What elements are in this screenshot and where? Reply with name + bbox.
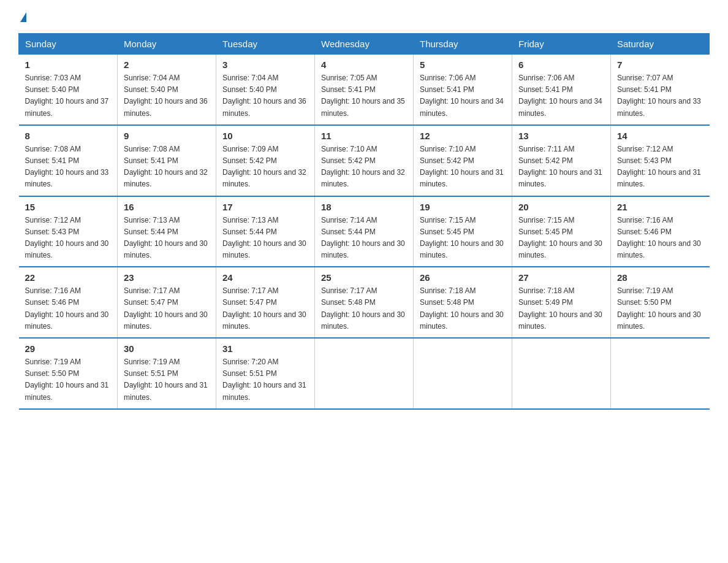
day-number: 25: [321, 272, 407, 283]
day-info: Sunrise: 7:10 AM Sunset: 5:42 PM Dayligh…: [420, 144, 506, 191]
calendar-cell: 8 Sunrise: 7:08 AM Sunset: 5:41 PM Dayli…: [19, 125, 118, 196]
column-header-sunday: Sunday: [19, 34, 118, 55]
calendar-cell: [512, 338, 611, 409]
calendar-table: SundayMondayTuesdayWednesdayThursdayFrid…: [18, 33, 710, 410]
calendar-cell: 15 Sunrise: 7:12 AM Sunset: 5:43 PM Dayl…: [19, 196, 118, 267]
day-number: 24: [222, 272, 308, 283]
calendar-cell: 7 Sunrise: 7:07 AM Sunset: 5:41 PM Dayli…: [611, 55, 710, 125]
day-info: Sunrise: 7:05 AM Sunset: 5:41 PM Dayligh…: [321, 72, 407, 120]
day-number: 30: [124, 343, 210, 354]
page-header: [18, 12, 710, 22]
calendar-cell: 10 Sunrise: 7:09 AM Sunset: 5:42 PM Dayl…: [216, 125, 315, 196]
day-number: 23: [124, 272, 210, 283]
day-info: Sunrise: 7:17 AM Sunset: 5:47 PM Dayligh…: [222, 285, 308, 332]
day-info: Sunrise: 7:19 AM Sunset: 5:51 PM Dayligh…: [124, 356, 210, 404]
calendar-cell: 28 Sunrise: 7:19 AM Sunset: 5:50 PM Dayl…: [611, 267, 710, 338]
day-number: 1: [25, 59, 112, 70]
day-number: 21: [617, 202, 703, 212]
day-number: 17: [222, 202, 308, 212]
day-info: Sunrise: 7:17 AM Sunset: 5:48 PM Dayligh…: [321, 285, 407, 332]
day-number: 8: [25, 131, 112, 141]
column-header-monday: Monday: [118, 34, 216, 55]
calendar-cell: 16 Sunrise: 7:13 AM Sunset: 5:44 PM Dayl…: [118, 196, 216, 267]
calendar-week-row: 29 Sunrise: 7:19 AM Sunset: 5:50 PM Dayl…: [19, 338, 710, 409]
calendar-cell: 22 Sunrise: 7:16 AM Sunset: 5:46 PM Dayl…: [19, 267, 118, 338]
logo-triangle-icon: [20, 12, 26, 22]
calendar-cell: [315, 338, 414, 409]
day-number: 22: [25, 272, 112, 283]
day-info: Sunrise: 7:16 AM Sunset: 5:46 PM Dayligh…: [25, 285, 112, 332]
calendar-cell: 20 Sunrise: 7:15 AM Sunset: 5:45 PM Dayl…: [512, 196, 611, 267]
calendar-cell: 4 Sunrise: 7:05 AM Sunset: 5:41 PM Dayli…: [315, 55, 414, 125]
day-info: Sunrise: 7:10 AM Sunset: 5:42 PM Dayligh…: [321, 144, 407, 191]
day-number: 28: [617, 272, 703, 283]
day-info: Sunrise: 7:14 AM Sunset: 5:44 PM Dayligh…: [321, 215, 407, 262]
day-info: Sunrise: 7:20 AM Sunset: 5:51 PM Dayligh…: [222, 356, 308, 404]
day-number: 6: [518, 59, 604, 70]
calendar-cell: [414, 338, 512, 409]
day-info: Sunrise: 7:03 AM Sunset: 5:40 PM Dayligh…: [25, 72, 112, 120]
day-number: 13: [518, 131, 604, 141]
day-info: Sunrise: 7:16 AM Sunset: 5:46 PM Dayligh…: [617, 215, 703, 262]
calendar-cell: 21 Sunrise: 7:16 AM Sunset: 5:46 PM Dayl…: [611, 196, 710, 267]
column-header-tuesday: Tuesday: [216, 34, 315, 55]
calendar-cell: 24 Sunrise: 7:17 AM Sunset: 5:47 PM Dayl…: [216, 267, 315, 338]
calendar-week-row: 8 Sunrise: 7:08 AM Sunset: 5:41 PM Dayli…: [19, 125, 710, 196]
logo: [18, 12, 26, 22]
calendar-cell: 30 Sunrise: 7:19 AM Sunset: 5:51 PM Dayl…: [118, 338, 216, 409]
day-info: Sunrise: 7:06 AM Sunset: 5:41 PM Dayligh…: [518, 72, 604, 120]
column-header-saturday: Saturday: [611, 34, 710, 55]
calendar-week-row: 22 Sunrise: 7:16 AM Sunset: 5:46 PM Dayl…: [19, 267, 710, 338]
calendar-cell: 31 Sunrise: 7:20 AM Sunset: 5:51 PM Dayl…: [216, 338, 315, 409]
day-info: Sunrise: 7:09 AM Sunset: 5:42 PM Dayligh…: [222, 144, 308, 191]
calendar-cell: 9 Sunrise: 7:08 AM Sunset: 5:41 PM Dayli…: [118, 125, 216, 196]
day-info: Sunrise: 7:19 AM Sunset: 5:50 PM Dayligh…: [25, 356, 112, 404]
day-number: 7: [617, 59, 703, 70]
calendar-cell: 19 Sunrise: 7:15 AM Sunset: 5:45 PM Dayl…: [414, 196, 512, 267]
day-info: Sunrise: 7:11 AM Sunset: 5:42 PM Dayligh…: [518, 144, 604, 191]
day-info: Sunrise: 7:04 AM Sunset: 5:40 PM Dayligh…: [222, 72, 308, 120]
day-number: 31: [222, 343, 308, 354]
day-number: 19: [420, 202, 506, 212]
calendar-cell: 18 Sunrise: 7:14 AM Sunset: 5:44 PM Dayl…: [315, 196, 414, 267]
calendar-cell: 1 Sunrise: 7:03 AM Sunset: 5:40 PM Dayli…: [19, 55, 118, 125]
column-header-wednesday: Wednesday: [315, 34, 414, 55]
day-number: 27: [518, 272, 604, 283]
calendar-cell: 26 Sunrise: 7:18 AM Sunset: 5:48 PM Dayl…: [414, 267, 512, 338]
day-info: Sunrise: 7:08 AM Sunset: 5:41 PM Dayligh…: [124, 144, 210, 191]
calendar-header-row: SundayMondayTuesdayWednesdayThursdayFrid…: [19, 34, 710, 55]
day-info: Sunrise: 7:06 AM Sunset: 5:41 PM Dayligh…: [420, 72, 506, 120]
calendar-cell: [611, 338, 710, 409]
calendar-cell: 17 Sunrise: 7:13 AM Sunset: 5:44 PM Dayl…: [216, 196, 315, 267]
day-info: Sunrise: 7:08 AM Sunset: 5:41 PM Dayligh…: [25, 144, 112, 191]
day-number: 3: [222, 59, 308, 70]
calendar-cell: 11 Sunrise: 7:10 AM Sunset: 5:42 PM Dayl…: [315, 125, 414, 196]
day-info: Sunrise: 7:18 AM Sunset: 5:49 PM Dayligh…: [518, 285, 604, 332]
calendar-cell: 12 Sunrise: 7:10 AM Sunset: 5:42 PM Dayl…: [414, 125, 512, 196]
day-info: Sunrise: 7:18 AM Sunset: 5:48 PM Dayligh…: [420, 285, 506, 332]
day-info: Sunrise: 7:07 AM Sunset: 5:41 PM Dayligh…: [617, 72, 703, 120]
day-info: Sunrise: 7:19 AM Sunset: 5:50 PM Dayligh…: [617, 285, 703, 332]
day-number: 20: [518, 202, 604, 212]
calendar-cell: 29 Sunrise: 7:19 AM Sunset: 5:50 PM Dayl…: [19, 338, 118, 409]
day-number: 10: [222, 131, 308, 141]
day-info: Sunrise: 7:17 AM Sunset: 5:47 PM Dayligh…: [124, 285, 210, 332]
day-info: Sunrise: 7:15 AM Sunset: 5:45 PM Dayligh…: [420, 215, 506, 262]
column-header-friday: Friday: [512, 34, 611, 55]
day-number: 12: [420, 131, 506, 141]
day-info: Sunrise: 7:12 AM Sunset: 5:43 PM Dayligh…: [617, 144, 703, 191]
calendar-cell: 13 Sunrise: 7:11 AM Sunset: 5:42 PM Dayl…: [512, 125, 611, 196]
day-number: 2: [124, 59, 210, 70]
day-number: 15: [25, 202, 112, 212]
day-info: Sunrise: 7:13 AM Sunset: 5:44 PM Dayligh…: [222, 215, 308, 262]
day-number: 5: [420, 59, 506, 70]
calendar-cell: 23 Sunrise: 7:17 AM Sunset: 5:47 PM Dayl…: [118, 267, 216, 338]
day-info: Sunrise: 7:13 AM Sunset: 5:44 PM Dayligh…: [124, 215, 210, 262]
calendar-cell: 25 Sunrise: 7:17 AM Sunset: 5:48 PM Dayl…: [315, 267, 414, 338]
calendar-cell: 27 Sunrise: 7:18 AM Sunset: 5:49 PM Dayl…: [512, 267, 611, 338]
calendar-week-row: 15 Sunrise: 7:12 AM Sunset: 5:43 PM Dayl…: [19, 196, 710, 267]
day-number: 18: [321, 202, 407, 212]
calendar-cell: 14 Sunrise: 7:12 AM Sunset: 5:43 PM Dayl…: [611, 125, 710, 196]
day-info: Sunrise: 7:12 AM Sunset: 5:43 PM Dayligh…: [25, 215, 112, 262]
calendar-cell: 5 Sunrise: 7:06 AM Sunset: 5:41 PM Dayli…: [414, 55, 512, 125]
